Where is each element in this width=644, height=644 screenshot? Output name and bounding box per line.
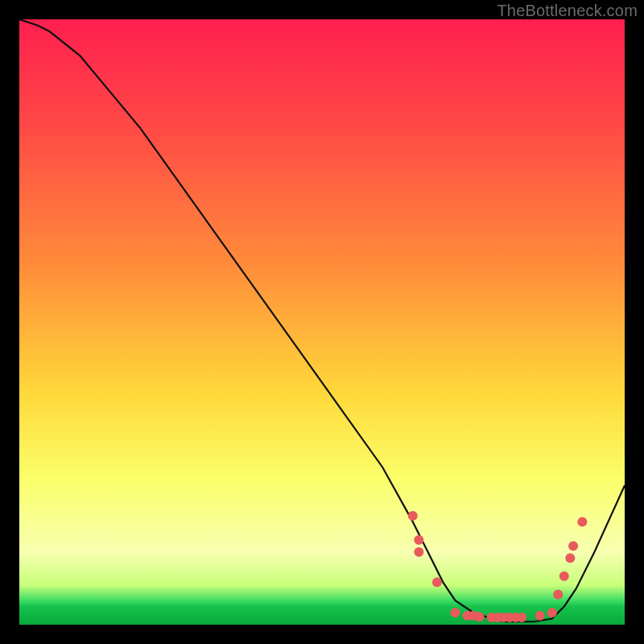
bottleneck-curve-line [19,19,625,621]
marker-point [577,517,587,526]
marker-point [553,589,563,599]
marker-point [547,608,557,617]
marker-point [568,541,578,551]
marker-point [475,612,485,621]
marker-point [408,511,418,521]
marker-point [517,613,526,622]
marker-point [414,535,423,545]
marker-point [535,611,545,621]
marker-point [414,547,423,557]
marker-point [432,577,442,587]
marker-point [559,572,569,581]
watermark-text: TheBottleneck.com [497,2,638,20]
chart-stage: TheBottleneck.com [0,0,644,644]
marker-point [450,608,460,617]
marker-point [565,553,575,563]
chart-svg [19,19,625,625]
